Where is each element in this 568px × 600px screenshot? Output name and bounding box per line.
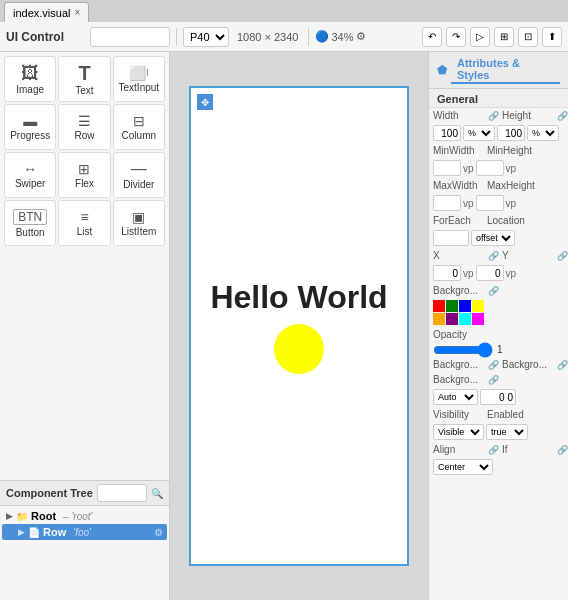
color-orange[interactable]	[433, 313, 445, 325]
location-select[interactable]: offset	[471, 230, 515, 246]
control-textinput[interactable]: ⬜| TextInput	[113, 56, 165, 102]
backgro4-row: Backgro... 🔗	[429, 372, 568, 387]
height-input[interactable]	[497, 125, 525, 141]
control-text[interactable]: T Text	[58, 56, 110, 102]
enabled-label: Enabled	[487, 409, 539, 420]
backgro4-select[interactable]: Auto	[433, 389, 478, 405]
component-tree-search[interactable]	[97, 484, 147, 502]
visibility-enabled-label-row: Visibility Enabled	[429, 407, 568, 422]
control-image[interactable]: 🖼 Image	[4, 56, 56, 102]
listitem-icon: ▣	[132, 210, 145, 224]
y-input[interactable]	[476, 265, 504, 281]
control-row[interactable]: ☰ Row	[58, 104, 110, 150]
control-column[interactable]: ⊟ Column	[113, 104, 165, 150]
ui-controls-grid: 🖼 Image T Text ⬜| TextInput ▬ Progress	[4, 56, 165, 246]
tree-item-row[interactable]: ▶ 📄 Row 'foo' ⚙	[2, 524, 167, 540]
tab-close-icon[interactable]: ×	[74, 7, 80, 18]
app-container: index.visual × UI Control P40 1080 × 234…	[0, 0, 568, 600]
color-magenta[interactable]	[472, 313, 484, 325]
attrs-tab-button[interactable]: Attributes & Styles	[451, 56, 560, 84]
color-red[interactable]	[433, 300, 445, 312]
swiper-icon: ↔	[23, 162, 37, 176]
attrs-icon: ⬟	[437, 63, 447, 77]
component-tree-header: Component Tree 🔍	[0, 481, 169, 506]
maxwidth-input[interactable]	[433, 195, 461, 211]
move-icon: ✥	[201, 97, 209, 108]
minwidth-label: MinWidth	[433, 145, 485, 156]
height-link-icon: 🔗	[557, 111, 568, 121]
control-divider[interactable]: — Divider	[113, 152, 165, 198]
enabled-select[interactable]: truefalse	[486, 424, 528, 440]
visibility-select[interactable]: VisibleHidden	[433, 424, 484, 440]
opacity-slider-row: 1	[429, 342, 568, 357]
image-icon: 🖼	[21, 64, 39, 82]
x-input[interactable]	[433, 265, 461, 281]
tree-item-root[interactable]: ▶ 📁 Root – 'root'	[2, 508, 167, 524]
control-image-label: Image	[16, 84, 44, 95]
zoom-settings-icon: ⚙	[356, 30, 366, 43]
color-purple[interactable]	[446, 313, 458, 325]
divider-icon: —	[131, 161, 147, 177]
maxheight-label: MaxHeight	[487, 180, 539, 191]
backgro5-input[interactable]	[480, 389, 516, 405]
color-cyan[interactable]	[459, 313, 471, 325]
width-unit-select[interactable]: %vp	[463, 125, 495, 141]
attrs-header: ⬟ Attributes & Styles	[429, 52, 568, 89]
tab-label: index.visual	[13, 7, 70, 19]
control-swiper[interactable]: ↔ Swiper	[4, 152, 56, 198]
device-select[interactable]: P40	[183, 27, 229, 47]
control-flex[interactable]: ⊞ Flex	[58, 152, 110, 198]
zoom-value: 34%	[331, 31, 353, 43]
align-value-row: CenterStartEnd	[429, 457, 568, 477]
ui-controls-section: 🖼 Image T Text ⬜| TextInput ▬ Progress	[0, 52, 169, 480]
canvas-area[interactable]: ✥ Hello World	[170, 52, 428, 600]
maxwidth-maxheight-value-row: vp vp	[429, 193, 568, 213]
canvas-content: Hello World	[191, 88, 407, 564]
export-button[interactable]: ⬆	[542, 27, 562, 47]
row-settings-icon[interactable]: ⚙	[154, 527, 163, 538]
control-listitem[interactable]: ▣ ListItem	[113, 200, 165, 246]
foreach-input[interactable]	[433, 230, 469, 246]
control-progress[interactable]: ▬ Progress	[4, 104, 56, 150]
tab-bar: index.visual ×	[0, 0, 568, 22]
control-column-label: Column	[122, 130, 156, 141]
color-yellow[interactable]	[472, 300, 484, 312]
location-label: Location	[487, 215, 539, 226]
backgro3-label: Backgro...	[502, 359, 554, 370]
align-select[interactable]: CenterStartEnd	[433, 459, 493, 475]
undo-button[interactable]: ↶	[422, 27, 442, 47]
layout-button[interactable]: ⊡	[518, 27, 538, 47]
control-button[interactable]: BTN Button	[4, 200, 56, 246]
minwidth-input[interactable]	[433, 160, 461, 176]
toolbar-title: UI Control	[6, 30, 86, 44]
backgro2-link-icon: 🔗	[488, 360, 499, 370]
control-swiper-label: Swiper	[15, 178, 46, 189]
tree-content: ▶ 📁 Root – 'root' ▶ 📄 Row 'foo' ⚙	[0, 506, 169, 600]
toolbar-sep	[176, 28, 177, 46]
tab-index-visual[interactable]: index.visual ×	[4, 2, 89, 22]
color-green[interactable]	[446, 300, 458, 312]
preview-button[interactable]: ▷	[470, 27, 490, 47]
width-input[interactable]	[433, 125, 461, 141]
redo-button[interactable]: ↷	[446, 27, 466, 47]
row-folder-icon: 📄	[28, 527, 40, 538]
text-icon: T	[78, 63, 90, 83]
control-row-label: Row	[74, 130, 94, 141]
control-list[interactable]: ≡ List	[58, 200, 110, 246]
move-handle[interactable]: ✥	[197, 94, 213, 110]
toolbar-search-input[interactable]	[90, 27, 170, 47]
maxwidth-maxheight-label-row: MaxWidth MaxHeight	[429, 178, 568, 193]
minheight-input[interactable]	[476, 160, 504, 176]
root-folder-icon: 📁	[16, 511, 28, 522]
width-height-row: Width 🔗 Height 🔗	[429, 108, 568, 123]
grid-button[interactable]: ⊞	[494, 27, 514, 47]
general-section-label: General	[429, 89, 568, 108]
height-unit-select[interactable]: %vp	[527, 125, 559, 141]
height-label: Height	[502, 110, 554, 121]
if-label: If	[502, 444, 554, 455]
y-link-icon: 🔗	[557, 251, 568, 261]
width-height-value-row: %vp %vp	[429, 123, 568, 143]
maxheight-input[interactable]	[476, 195, 504, 211]
opacity-slider[interactable]	[433, 346, 493, 354]
color-blue[interactable]	[459, 300, 471, 312]
